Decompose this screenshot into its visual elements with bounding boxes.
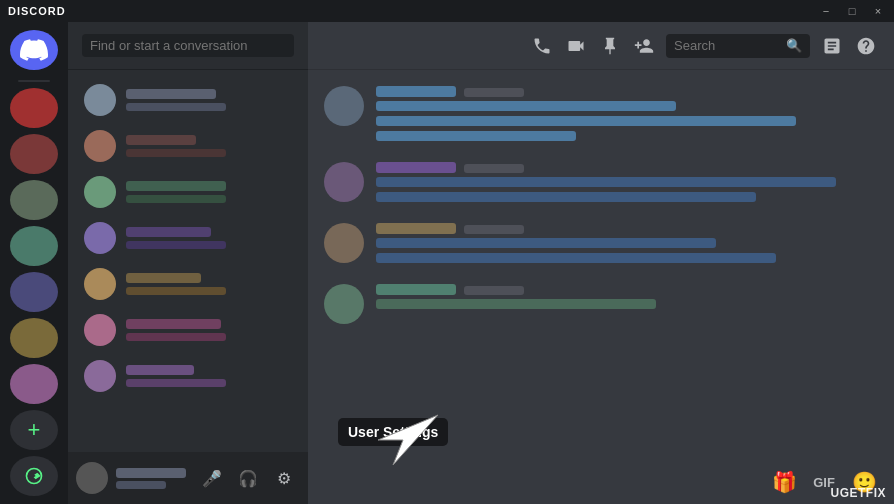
- main-search-icon: 🔍: [786, 38, 802, 53]
- dm-name-bar-3: [126, 181, 226, 191]
- msg-avatar-2: [324, 162, 364, 202]
- svg-marker-2: [27, 473, 35, 480]
- dm-name-bar-2: [126, 135, 196, 145]
- dm-item-7[interactable]: [76, 354, 300, 398]
- discord-logo-button[interactable]: [10, 30, 58, 70]
- title-bar-left: DISCORD: [8, 5, 66, 17]
- dm-name-bar-5: [126, 273, 201, 283]
- dm-name-bar-6: [126, 319, 221, 329]
- msg-time-3: [464, 225, 524, 234]
- dm-sub-bar-2: [126, 149, 226, 157]
- messages-area: [308, 70, 894, 460]
- dm-sub-bar-4: [126, 241, 226, 249]
- dm-avatar-3: [84, 176, 116, 208]
- server-icon-7[interactable]: [10, 364, 58, 404]
- maximize-button[interactable]: □: [844, 5, 860, 17]
- compass-icon: [24, 466, 44, 486]
- title-bar-controls: − □ ×: [818, 5, 886, 17]
- help-svg: [856, 36, 876, 56]
- msg-avatar-1: [324, 86, 364, 126]
- msg-name-3: [376, 223, 456, 234]
- help-icon[interactable]: [854, 34, 878, 58]
- video-icon[interactable]: [564, 34, 588, 58]
- dm-item-1[interactable]: [76, 78, 300, 122]
- message-group-3: [324, 223, 878, 268]
- msg-content-2: [376, 162, 878, 207]
- dm-item-6[interactable]: [76, 308, 300, 352]
- dm-sub-bar-1: [126, 103, 226, 111]
- explore-button[interactable]: [10, 456, 58, 496]
- msg-time-4: [464, 286, 524, 295]
- dm-avatar-2: [84, 130, 116, 162]
- discord-icon: [20, 36, 48, 64]
- dm-sub-bar-3: [126, 195, 226, 203]
- mute-button[interactable]: 🎤: [196, 462, 228, 494]
- title-bar: DISCORD − □ ×: [0, 0, 894, 22]
- inbox-svg: [822, 36, 842, 56]
- dm-name-bar-7: [126, 365, 194, 375]
- msg-text-1a: [376, 101, 676, 111]
- minimize-button[interactable]: −: [818, 5, 834, 17]
- dm-name-bar-1: [126, 89, 216, 99]
- user-panel-controls: 🎤 🎧 ⚙: [196, 462, 300, 494]
- watermark: UGETFIX: [830, 486, 886, 500]
- dm-item-5[interactable]: [76, 262, 300, 306]
- pin-icon[interactable]: [598, 34, 622, 58]
- msg-time-2: [464, 164, 524, 173]
- msg-name-1: [376, 86, 456, 97]
- dm-sub-bar-5: [126, 287, 226, 295]
- dm-item-3[interactable]: [76, 170, 300, 214]
- user-info: [116, 468, 188, 489]
- toolbar-icons: 🔍: [530, 34, 878, 58]
- dm-avatar-7: [84, 360, 116, 392]
- channel-sidebar: 🎤 🎧 ⚙ User Settings: [68, 22, 308, 504]
- pin-svg: [600, 36, 620, 56]
- server-icon-2[interactable]: [10, 134, 58, 174]
- dm-name-bar-4: [126, 227, 211, 237]
- dm-item-2[interactable]: [76, 124, 300, 168]
- gift-button[interactable]: 🎁: [770, 468, 798, 496]
- deafen-button[interactable]: 🎧: [232, 462, 264, 494]
- dm-sub-bar-6: [126, 333, 226, 341]
- username-bar: [116, 468, 186, 478]
- message-group-2: [324, 162, 878, 207]
- msg-text-3a: [376, 238, 716, 248]
- msg-content-4: [376, 284, 878, 314]
- close-button[interactable]: ×: [870, 5, 886, 17]
- server-icon-1[interactable]: [10, 88, 58, 128]
- main-search-bar[interactable]: 🔍: [666, 34, 810, 58]
- msg-time-1: [464, 88, 524, 97]
- msg-avatar-4: [324, 284, 364, 324]
- msg-text-1c: [376, 131, 576, 141]
- msg-text-2a: [376, 177, 836, 187]
- dm-search-input[interactable]: [82, 34, 294, 57]
- dm-avatar-6: [84, 314, 116, 346]
- dm-avatar-5: [84, 268, 116, 300]
- msg-name-4: [376, 284, 456, 295]
- call-icon[interactable]: [530, 34, 554, 58]
- msg-content-3: [376, 223, 878, 268]
- server-sidebar: +: [0, 22, 68, 504]
- main-bottom-bar: 🎁 GIF 🙂: [308, 460, 894, 504]
- user-avatar: [76, 462, 108, 494]
- server-icon-6[interactable]: [10, 318, 58, 358]
- msg-text-3b: [376, 253, 776, 263]
- server-icon-3[interactable]: [10, 180, 58, 220]
- user-settings-button[interactable]: ⚙: [268, 462, 300, 494]
- user-status-bar: [116, 481, 166, 489]
- add-friend-icon[interactable]: [632, 34, 656, 58]
- server-icon-5[interactable]: [10, 272, 58, 312]
- add-server-button[interactable]: +: [10, 410, 58, 450]
- dm-avatar-4: [84, 222, 116, 254]
- inbox-icon[interactable]: [820, 34, 844, 58]
- main-search-input[interactable]: [674, 38, 780, 53]
- app-title: DISCORD: [8, 5, 66, 17]
- video-svg: [566, 36, 586, 56]
- dm-item-4[interactable]: [76, 216, 300, 260]
- dm-search-bar: [68, 22, 308, 70]
- dm-list: [68, 70, 308, 452]
- app-container: +: [0, 22, 894, 504]
- dm-avatar-1: [84, 84, 116, 116]
- server-icon-4[interactable]: [10, 226, 58, 266]
- msg-name-2: [376, 162, 456, 173]
